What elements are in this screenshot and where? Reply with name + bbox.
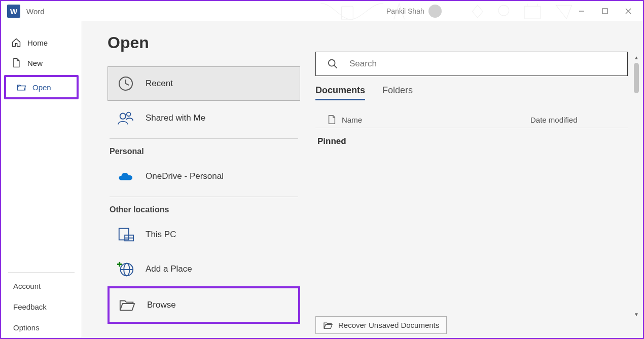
open-folder-icon xyxy=(16,82,26,92)
nav-new-label: New xyxy=(27,59,43,67)
minimize-button[interactable] xyxy=(570,3,593,19)
browse-folder-icon xyxy=(119,296,136,314)
location-this-pc-label: This PC xyxy=(146,230,176,240)
pinned-section-header: Pinned xyxy=(315,128,628,155)
nav-open[interactable]: Open xyxy=(4,75,79,99)
location-recent[interactable]: Recent xyxy=(108,66,300,101)
section-personal: Personal xyxy=(108,144,300,159)
column-name[interactable]: Name xyxy=(342,116,530,124)
onedrive-icon xyxy=(117,168,134,185)
location-this-pc[interactable]: This PC xyxy=(108,217,300,252)
title-bar: W Word Pankil Shah xyxy=(1,1,643,21)
location-browse[interactable]: Browse xyxy=(108,286,300,324)
open-tabs: Documents Folders xyxy=(315,85,628,100)
people-icon xyxy=(117,109,134,127)
left-navigation: Home New Open Account Feedback Options xyxy=(1,21,82,338)
app-title: Word xyxy=(26,7,45,16)
nav-open-label: Open xyxy=(32,83,51,92)
maximize-button[interactable] xyxy=(593,3,617,19)
location-onedrive[interactable]: OneDrive - Personal xyxy=(108,159,300,194)
clock-icon xyxy=(117,75,134,92)
user-account-label[interactable]: Pankil Shah xyxy=(386,5,442,18)
tab-folders[interactable]: Folders xyxy=(382,85,413,100)
recover-unsaved-label: Recover Unsaved Documents xyxy=(338,321,439,329)
new-document-icon xyxy=(11,58,21,68)
location-browse-label: Browse xyxy=(147,300,176,310)
column-date-modified[interactable]: Date modified xyxy=(530,116,622,124)
location-add-place-label: Add a Place xyxy=(146,264,192,274)
svg-rect-0 xyxy=(342,6,353,20)
globe-plus-icon xyxy=(117,260,134,278)
nav-home[interactable]: Home xyxy=(1,32,82,53)
svg-point-7 xyxy=(120,114,126,119)
search-icon xyxy=(327,58,338,69)
nav-feedback[interactable]: Feedback xyxy=(1,296,82,317)
scroll-down-arrow-icon[interactable]: ▼ xyxy=(633,311,640,318)
file-list-header: Name Date modified xyxy=(315,111,628,128)
search-box[interactable] xyxy=(315,52,628,76)
svg-point-8 xyxy=(127,112,131,117)
section-other: Other locations xyxy=(108,202,300,217)
location-shared[interactable]: Shared with Me xyxy=(108,101,300,135)
word-backstage-window: W Word Pankil Shah xyxy=(0,0,644,339)
word-app-icon: W xyxy=(7,5,20,18)
vertical-scrollbar[interactable]: ▲ ▼ xyxy=(633,54,641,318)
this-pc-icon xyxy=(117,226,134,243)
tab-documents[interactable]: Documents xyxy=(315,85,365,100)
home-icon xyxy=(11,37,21,48)
titlebar-decoration-art xyxy=(315,1,577,22)
svg-point-1 xyxy=(498,5,509,16)
scrollbar-thumb[interactable] xyxy=(634,63,639,93)
svg-rect-3 xyxy=(602,9,607,14)
open-files-panel: Documents Folders Name Date modified Pin… xyxy=(305,21,643,338)
scroll-up-arrow-icon[interactable]: ▲ xyxy=(633,54,640,61)
location-recent-label: Recent xyxy=(146,79,173,89)
close-button[interactable] xyxy=(617,3,640,19)
recover-unsaved-button[interactable]: Recover Unsaved Documents xyxy=(315,316,447,334)
location-shared-label: Shared with Me xyxy=(146,113,205,123)
user-name: Pankil Shah xyxy=(386,7,424,15)
folder-open-icon xyxy=(323,321,333,329)
nav-home-label: Home xyxy=(27,39,48,47)
search-input[interactable] xyxy=(349,59,616,69)
svg-line-18 xyxy=(334,65,337,68)
location-add-place[interactable]: Add a Place xyxy=(108,252,300,286)
nav-account[interactable]: Account xyxy=(1,276,82,296)
svg-point-17 xyxy=(329,60,335,66)
user-avatar-icon xyxy=(428,5,442,18)
file-type-column-icon xyxy=(321,115,342,125)
page-title: Open xyxy=(108,33,293,52)
open-locations-panel: Open Recent Shared with Me xyxy=(82,21,305,338)
nav-options[interactable]: Options xyxy=(1,317,82,338)
location-onedrive-label: OneDrive - Personal xyxy=(146,171,224,181)
nav-new[interactable]: New xyxy=(1,53,82,73)
